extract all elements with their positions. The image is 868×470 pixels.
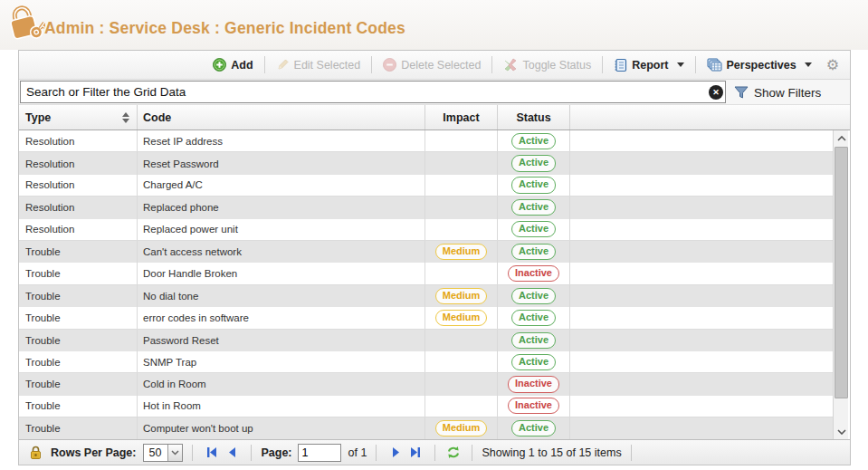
footer-separator — [472, 445, 472, 461]
cell-code: No dial tone — [138, 285, 425, 307]
table-row[interactable]: Resolution Replaced power unit Active — [19, 219, 833, 241]
cell-type: Trouble — [19, 330, 138, 351]
table-row[interactable]: Trouble SNMP Trap Active — [19, 351, 833, 373]
cell-code: Computer won't boot up — [138, 417, 425, 439]
rows-per-page-select[interactable]: 50 — [143, 444, 183, 462]
cell-type: Trouble — [19, 263, 138, 283]
cell-code: Reset Password — [138, 152, 425, 174]
edit-selected-button[interactable]: Edit Selected — [269, 54, 368, 75]
scrollbar-thumb[interactable] — [835, 147, 848, 398]
cell-filler — [570, 330, 833, 351]
status-badge: Active — [511, 310, 556, 326]
cell-status: Active — [498, 417, 570, 439]
cell-filler — [570, 285, 833, 307]
table-row[interactable]: Resolution Charged A/C Active — [19, 175, 833, 197]
table-row[interactable]: Resolution Replaced phone Active — [19, 197, 833, 218]
vertical-scrollbar[interactable] — [833, 130, 848, 439]
table-row[interactable]: Trouble Password Reset Active — [19, 330, 833, 351]
add-button[interactable]: Add — [205, 54, 260, 75]
cell-status: Active — [498, 197, 570, 218]
cell-code: Can't access network — [138, 241, 425, 263]
table-row[interactable]: Resolution Reset IP address Active — [19, 130, 833, 152]
search-input[interactable] — [20, 81, 726, 103]
cell-impact: Medium — [425, 241, 498, 263]
status-badge: Active — [511, 199, 556, 216]
status-badge: Active — [511, 288, 556, 304]
footer-separator — [192, 445, 193, 461]
show-filters-button[interactable]: Show Filters — [734, 82, 821, 102]
column-header-code[interactable]: Code — [138, 105, 425, 129]
table-row[interactable]: Trouble Door Handle Broken Inactive — [19, 263, 833, 284]
cell-status: Active — [498, 330, 570, 351]
cell-type: Trouble — [19, 285, 138, 307]
cell-status: Inactive — [498, 396, 570, 417]
cell-filler — [570, 351, 833, 372]
cell-code: Door Handle Broken — [138, 263, 425, 283]
cell-filler — [570, 263, 833, 283]
toolbar-separator — [371, 56, 372, 73]
column-header-impact[interactable]: Impact — [425, 105, 498, 129]
cell-impact: Medium — [425, 307, 498, 328]
clear-search-icon[interactable]: ✕ — [709, 85, 723, 100]
page-number-input[interactable] — [298, 444, 341, 462]
cell-status: Inactive — [498, 263, 570, 283]
refresh-icon[interactable] — [444, 444, 463, 462]
cell-code: Replaced phone — [138, 197, 425, 218]
impact-badge: Medium — [435, 420, 488, 436]
report-button[interactable]: Report — [606, 54, 691, 76]
cell-code: Replaced power unit — [138, 219, 425, 240]
delete-selected-button[interactable]: Delete Selected — [376, 54, 488, 75]
cell-type: Trouble — [19, 373, 138, 395]
cell-status: Active — [498, 219, 570, 240]
cell-type: Trouble — [19, 241, 138, 263]
cell-impact — [425, 152, 498, 174]
cell-impact — [425, 219, 498, 240]
table-row[interactable]: Trouble Can't access network Medium Acti… — [19, 241, 833, 263]
prev-page-button[interactable] — [222, 444, 242, 462]
cell-filler — [570, 241, 833, 263]
next-page-button[interactable] — [386, 444, 405, 462]
gear-icon[interactable]: ⚙ — [819, 58, 843, 72]
app-header: Admin : Service Desk : Generic Incident … — [0, 0, 868, 50]
cell-impact — [425, 396, 498, 417]
toolbar-separator — [695, 56, 696, 73]
status-badge: Active — [511, 244, 556, 260]
search-row: ✕ Show Filters — [19, 80, 850, 105]
column-header-filler — [570, 105, 850, 129]
cell-type: Trouble — [19, 307, 138, 328]
column-header-status[interactable]: Status — [498, 105, 570, 129]
cell-code: Reset IP address — [138, 130, 425, 151]
status-badge: Active — [511, 155, 556, 171]
impact-badge: Medium — [435, 310, 488, 326]
toggle-status-button[interactable]: Toggle Status — [496, 54, 598, 75]
cell-impact — [425, 263, 498, 283]
impact-badge: Medium — [435, 244, 488, 260]
admin-lock-key-icon — [7, 3, 45, 48]
table-row[interactable]: Trouble Hot in Room Inactive — [19, 396, 833, 417]
cell-type: Resolution — [19, 152, 138, 174]
cell-status: Active — [498, 241, 570, 263]
cell-filler — [570, 373, 833, 395]
first-page-button[interactable] — [202, 444, 222, 462]
table-row[interactable]: Resolution Reset Password Active — [19, 152, 833, 174]
cell-filler — [570, 307, 833, 328]
showing-items-text: Showing 1 to 15 of 15 items — [482, 446, 621, 459]
cell-filler — [570, 197, 833, 218]
column-header-type[interactable]: Type — [19, 105, 138, 129]
table-row[interactable]: Trouble Cold in Room Inactive — [19, 373, 833, 395]
scroll-up-icon[interactable] — [834, 130, 849, 146]
table-row[interactable]: Trouble error codes in software Medium A… — [19, 307, 833, 329]
table-row[interactable]: Trouble Computer won't boot up Medium Ac… — [19, 417, 833, 439]
last-page-button[interactable] — [405, 444, 425, 462]
page-total-label: of 1 — [348, 446, 367, 459]
toggle-status-icon — [503, 58, 518, 72]
perspectives-button[interactable]: Perspectives — [700, 54, 819, 76]
cell-filler — [570, 219, 833, 240]
cell-filler — [570, 175, 833, 196]
perspectives-dropdown-arrow — [805, 62, 812, 67]
cell-filler — [570, 396, 833, 417]
table-row[interactable]: Trouble No dial tone Medium Active — [19, 285, 833, 307]
grid-footer: Rows Per Page: 50 Page: of 1 — [19, 439, 850, 465]
scroll-down-icon[interactable] — [834, 424, 849, 439]
sort-icon — [122, 112, 129, 123]
